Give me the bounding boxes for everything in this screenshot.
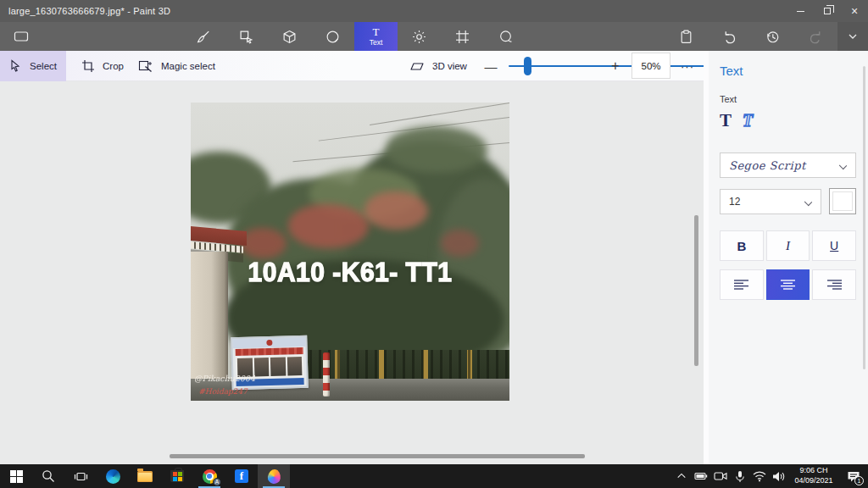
underline-label: U bbox=[830, 239, 838, 252]
italic-button[interactable]: I bbox=[766, 230, 810, 261]
bold-label: B bbox=[737, 239, 746, 253]
panel-scrollbar[interactable] bbox=[863, 66, 865, 369]
redo-button[interactable] bbox=[794, 22, 837, 51]
meet-now-button[interactable] bbox=[710, 464, 730, 488]
watermark-hashtag: #Hoidap247 bbox=[198, 387, 248, 396]
task-view-button[interactable] bbox=[64, 464, 97, 488]
toolbar-expand-button[interactable] bbox=[837, 22, 868, 51]
flower-patch bbox=[364, 191, 428, 230]
history-button[interactable] bbox=[751, 22, 794, 51]
photo-canvas[interactable]: 10A10 -K61- TT1 @Pikachu2004 #Hoidap247 bbox=[191, 103, 509, 401]
paste-button[interactable] bbox=[665, 22, 708, 51]
magic-select-icon bbox=[138, 59, 153, 73]
2d-text-button[interactable]: T bbox=[720, 111, 732, 130]
crop-label: Crop bbox=[103, 61, 124, 71]
canvas-tool-button[interactable] bbox=[441, 22, 484, 51]
restore-icon bbox=[824, 8, 831, 14]
undo-button[interactable] bbox=[708, 22, 751, 51]
select-label: Select bbox=[30, 61, 57, 71]
minimize-icon bbox=[797, 11, 804, 12]
horizontal-scrollbar[interactable] bbox=[170, 454, 585, 458]
notification-count-badge: 1 bbox=[854, 476, 864, 485]
start-button[interactable] bbox=[0, 464, 32, 488]
3d-shapes-tool-button[interactable] bbox=[268, 22, 311, 51]
select-button[interactable]: Select bbox=[0, 51, 66, 81]
3d-view-button[interactable]: 3D view bbox=[409, 51, 467, 81]
text-type-group: T T bbox=[720, 111, 856, 130]
align-left-button[interactable] bbox=[720, 269, 764, 300]
3d-library-icon bbox=[498, 30, 513, 44]
crop-button[interactable]: Crop bbox=[81, 51, 124, 81]
3d-view-icon bbox=[409, 60, 425, 73]
vertical-scrollbar[interactable] bbox=[694, 215, 698, 366]
chrome-profile-badge: A bbox=[213, 478, 221, 486]
taskbar: A f 9:06 CH bbox=[0, 464, 868, 488]
clock-date: 04/09/2021 bbox=[790, 476, 837, 486]
zoom-out-button[interactable]: — bbox=[479, 53, 503, 79]
search-icon bbox=[42, 469, 55, 483]
undo-icon bbox=[722, 30, 737, 44]
font-dropdown[interactable]: Segoe Script bbox=[720, 152, 856, 178]
history-group bbox=[665, 22, 837, 51]
microphone-indicator[interactable] bbox=[730, 464, 749, 488]
chrome-button[interactable]: A bbox=[193, 464, 225, 488]
3d-shapes-icon bbox=[282, 30, 297, 44]
wifi-indicator[interactable] bbox=[749, 464, 769, 488]
microsoft-store-icon bbox=[170, 470, 184, 482]
brush-tool-button[interactable] bbox=[181, 22, 225, 51]
bold-button[interactable]: B bbox=[720, 230, 764, 261]
zoom-in-button[interactable]: + bbox=[604, 53, 627, 79]
font-size-value: 12 bbox=[729, 196, 740, 208]
magic-select-button[interactable]: Magic select bbox=[138, 51, 215, 81]
tree-foliage bbox=[386, 126, 487, 173]
billboard-photo bbox=[270, 358, 286, 376]
italic-label: I bbox=[786, 239, 790, 253]
canvas-icon bbox=[455, 30, 470, 44]
restore-button[interactable] bbox=[814, 0, 841, 22]
expand-menu-button[interactable] bbox=[14, 22, 29, 51]
billboard-photo bbox=[287, 357, 302, 375]
more-options-icon: ··· bbox=[681, 60, 694, 73]
font-name-value: Segoe Script bbox=[729, 159, 806, 172]
chevron-down-icon bbox=[804, 197, 812, 205]
edge-button[interactable] bbox=[97, 464, 129, 488]
minimize-button[interactable] bbox=[787, 0, 814, 22]
close-button[interactable]: × bbox=[841, 0, 868, 22]
system-tray: 9:06 CH 04/09/2021 1 bbox=[671, 464, 868, 488]
facebook-button[interactable]: f bbox=[225, 464, 258, 488]
zoom-slider-thumb[interactable] bbox=[524, 57, 531, 75]
text-type-label: Text bbox=[720, 94, 856, 104]
2d-shapes-tool-button[interactable] bbox=[225, 22, 268, 51]
expand-menu-icon bbox=[14, 30, 29, 43]
paint3d-taskbar-button[interactable] bbox=[258, 464, 290, 488]
text-color-swatch[interactable] bbox=[829, 188, 856, 214]
3d-library-tool-button[interactable] bbox=[484, 22, 527, 51]
volume-indicator[interactable] bbox=[769, 464, 788, 488]
hidden-icons-button[interactable] bbox=[671, 464, 691, 488]
align-right-icon bbox=[827, 280, 842, 291]
effects-tool-button[interactable] bbox=[398, 22, 441, 51]
stickers-tool-button[interactable] bbox=[311, 22, 354, 51]
3d-text-button[interactable]: T bbox=[743, 111, 753, 130]
align-center-button[interactable] bbox=[766, 269, 810, 300]
font-size-dropdown[interactable]: 12 bbox=[720, 189, 821, 214]
align-right-button[interactable] bbox=[812, 269, 856, 300]
more-options-button[interactable]: ··· bbox=[675, 53, 700, 79]
top-toolbar: T Text bbox=[0, 22, 868, 51]
file-explorer-button[interactable] bbox=[129, 464, 161, 488]
search-button[interactable] bbox=[32, 464, 64, 488]
tool-group: T Text bbox=[181, 22, 527, 51]
underline-button[interactable]: U bbox=[812, 230, 856, 261]
camera-icon bbox=[714, 469, 727, 483]
taskbar-clock[interactable]: 9:06 CH 04/09/2021 bbox=[790, 466, 837, 485]
chevron-up-icon bbox=[676, 471, 687, 481]
zoom-out-icon: — bbox=[485, 59, 498, 74]
zoom-level-box[interactable]: 50% bbox=[632, 53, 670, 79]
action-center-button[interactable]: 1 bbox=[839, 464, 868, 488]
battery-indicator[interactable] bbox=[691, 464, 710, 488]
microsoft-store-button[interactable] bbox=[161, 464, 193, 488]
text-tool-button[interactable]: T Text bbox=[354, 22, 398, 51]
window-controls: × bbox=[787, 0, 868, 22]
canvas-workspace[interactable]: 10A10 -K61- TT1 @Pikachu2004 #Hoidap247 bbox=[0, 81, 704, 464]
align-center-icon bbox=[781, 280, 795, 291]
